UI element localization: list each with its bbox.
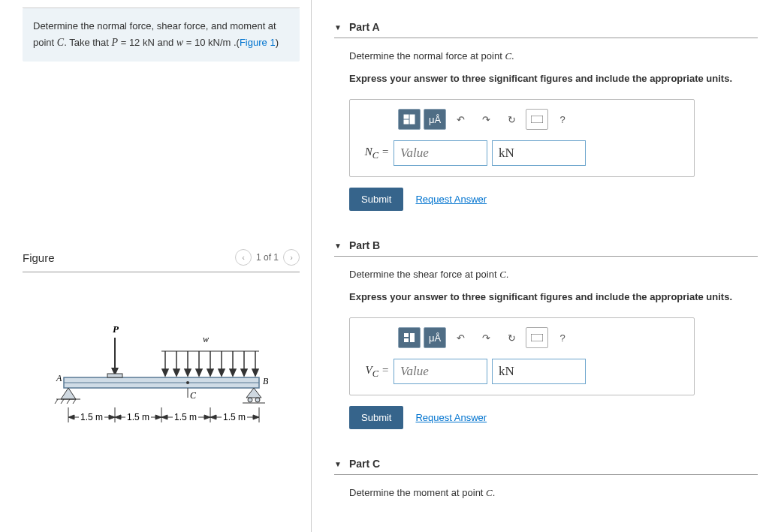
svg-marker-57 bbox=[253, 415, 259, 419]
svg-text:w: w bbox=[203, 334, 209, 344]
redo-button[interactable]: ↷ bbox=[475, 109, 497, 130]
svg-text:1.5 m: 1.5 m bbox=[127, 412, 149, 422]
svg-line-6 bbox=[67, 399, 70, 404]
part-b-header[interactable]: ▼ Part B bbox=[334, 233, 758, 257]
svg-marker-9 bbox=[246, 388, 261, 398]
svg-marker-50 bbox=[115, 415, 121, 419]
svg-point-38 bbox=[186, 381, 189, 384]
svg-marker-27 bbox=[196, 369, 202, 376]
help-button[interactable]: ? bbox=[551, 327, 574, 348]
part-c-title: Part C bbox=[349, 458, 380, 470]
figure-diagram: A B P w bbox=[23, 306, 300, 441]
svg-marker-31 bbox=[219, 369, 225, 376]
svg-rect-66 bbox=[404, 115, 409, 119]
part-b-title: Part B bbox=[349, 239, 380, 251]
svg-marker-47 bbox=[68, 415, 74, 419]
part-a-header[interactable]: ▼ Part A bbox=[334, 15, 758, 38]
part-b-var-label: VC = bbox=[360, 364, 389, 380]
part-c-prompt: Determine the moment at point C. bbox=[349, 485, 758, 500]
part-a-submit-button[interactable]: Submit bbox=[349, 188, 403, 211]
part-b-submit-button[interactable]: Submit bbox=[349, 406, 403, 429]
part-b-answer-box: μÅ ↶ ↷ ↻ ? VC = bbox=[349, 317, 695, 395]
templates-button[interactable] bbox=[398, 109, 421, 130]
svg-rect-73 bbox=[410, 333, 415, 342]
reset-button[interactable]: ↻ bbox=[500, 109, 523, 130]
part-b-value-input[interactable] bbox=[394, 359, 487, 384]
svg-rect-75 bbox=[531, 334, 543, 341]
svg-marker-53 bbox=[161, 415, 167, 419]
part-b-prompt: Determine the shear force at point C. bbox=[349, 267, 758, 282]
figure-pager-text: 1 of 1 bbox=[256, 252, 279, 263]
figure-link[interactable]: Figure 1 bbox=[240, 37, 276, 48]
svg-line-4 bbox=[55, 399, 58, 404]
svg-point-11 bbox=[255, 398, 260, 402]
svg-text:C: C bbox=[190, 390, 197, 401]
svg-text:1.5 m: 1.5 m bbox=[223, 412, 246, 422]
svg-text:P: P bbox=[113, 323, 119, 335]
part-a-unit-input[interactable] bbox=[492, 140, 586, 166]
figure-pager: ‹ 1 of 1 › bbox=[235, 249, 300, 266]
reset-button[interactable]: ↻ bbox=[500, 327, 523, 348]
help-button[interactable]: ? bbox=[551, 109, 574, 130]
part-a-title: Part A bbox=[349, 21, 380, 33]
redo-button[interactable]: ↷ bbox=[475, 327, 497, 348]
part-a-answer-box: μÅ ↶ ↷ ↻ ? NC = bbox=[349, 99, 695, 177]
svg-text:A: A bbox=[56, 373, 62, 383]
undo-button[interactable]: ↶ bbox=[449, 109, 472, 130]
part-c-header[interactable]: ▼ Part C bbox=[334, 452, 758, 475]
part-b-unit-input[interactable] bbox=[492, 359, 586, 384]
svg-marker-56 bbox=[210, 415, 216, 419]
svg-marker-29 bbox=[207, 369, 213, 376]
templates-button[interactable] bbox=[398, 327, 421, 348]
part-b-instructions: Express your answer to three significant… bbox=[349, 290, 758, 305]
svg-line-5 bbox=[61, 399, 64, 404]
svg-marker-35 bbox=[241, 369, 247, 376]
svg-marker-2 bbox=[61, 388, 76, 399]
svg-text:1.5 m: 1.5 m bbox=[174, 412, 197, 422]
svg-rect-74 bbox=[404, 338, 409, 342]
svg-marker-21 bbox=[162, 369, 168, 376]
units-button[interactable]: μÅ bbox=[424, 109, 446, 130]
part-b-request-answer-link[interactable]: Request Answer bbox=[415, 412, 487, 423]
problem-statement: Determine the normal force, shear force,… bbox=[23, 8, 300, 62]
caret-down-icon: ▼ bbox=[334, 23, 342, 32]
svg-rect-67 bbox=[410, 115, 415, 124]
svg-rect-68 bbox=[404, 120, 409, 124]
svg-point-10 bbox=[248, 398, 252, 402]
keyboard-button[interactable] bbox=[526, 109, 548, 130]
svg-marker-23 bbox=[173, 369, 179, 376]
part-a-request-answer-link[interactable]: Request Answer bbox=[415, 194, 487, 205]
svg-text:B: B bbox=[263, 376, 269, 386]
svg-marker-33 bbox=[230, 369, 236, 376]
caret-down-icon: ▼ bbox=[334, 460, 342, 468]
figure-title: Figure bbox=[23, 251, 55, 264]
svg-line-7 bbox=[73, 399, 76, 404]
part-a-instructions: Express your answer to three significant… bbox=[349, 71, 758, 86]
svg-rect-69 bbox=[531, 116, 543, 123]
part-a-var-label: NC = bbox=[360, 146, 389, 161]
units-button[interactable]: μÅ bbox=[424, 327, 446, 348]
svg-rect-17 bbox=[107, 374, 122, 377]
svg-text:1.5 m: 1.5 m bbox=[80, 412, 103, 422]
svg-marker-25 bbox=[185, 369, 191, 376]
figure-prev-button[interactable]: ‹ bbox=[235, 249, 252, 266]
undo-button[interactable]: ↶ bbox=[449, 327, 472, 348]
part-a-prompt: Determine the normal force at point C. bbox=[349, 49, 758, 64]
svg-marker-37 bbox=[252, 369, 258, 376]
svg-rect-72 bbox=[404, 333, 409, 337]
caret-down-icon: ▼ bbox=[334, 242, 342, 250]
part-a-value-input[interactable] bbox=[394, 140, 487, 166]
point-c: C bbox=[57, 37, 64, 48]
figure-next-button[interactable]: › bbox=[283, 249, 300, 266]
keyboard-button[interactable] bbox=[526, 327, 548, 348]
